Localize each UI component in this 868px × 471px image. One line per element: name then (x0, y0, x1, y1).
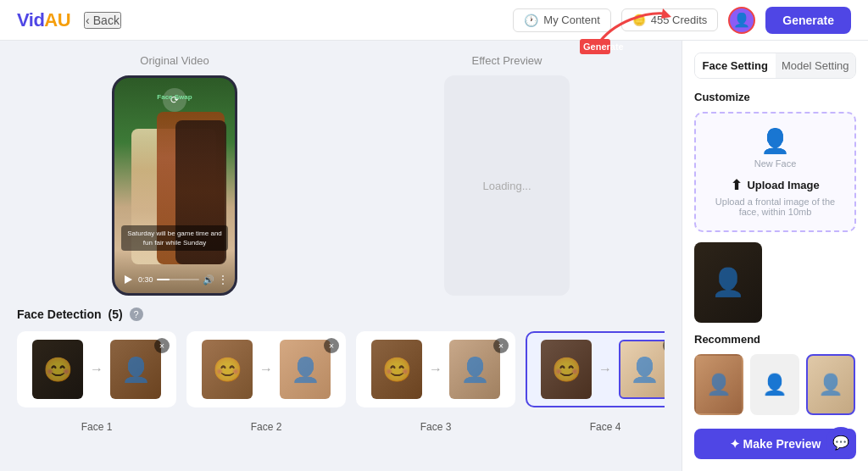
face-close-3[interactable]: × (493, 338, 509, 353)
face-close-1[interactable]: × (154, 338, 170, 353)
face-thumb-source-1: 😊 (32, 340, 83, 399)
face-detection-title: Face Detection (5) (17, 308, 123, 321)
face-label-4: Face 4 (526, 421, 682, 433)
info-icon: ? (130, 308, 143, 321)
header-left: VidAU ‹ Back (17, 9, 121, 31)
customize-title: Customize (694, 91, 856, 103)
face-thumb-source-4: 😊 (541, 340, 592, 399)
face-card-2[interactable]: 😊 → 👤 × (186, 331, 346, 407)
face-card-3[interactable]: 😊 → 👤 × (356, 331, 515, 407)
face-card-4[interactable]: 😊 → 👤 × (526, 331, 665, 407)
my-content-button[interactable]: 🕐 My Content (513, 8, 610, 32)
effect-preview-col: Effect Preview Loading... (349, 54, 665, 296)
back-label: Back (93, 14, 120, 27)
face-thumb-target-4: 👤 (619, 340, 665, 399)
chevron-left-icon: ‹ (86, 14, 90, 27)
preview-columns: Original Video ⟳ Face Swap Saturday will… (17, 54, 665, 296)
loading-text: Loading... (482, 180, 531, 192)
face-thumb-source-3: 😊 (371, 340, 422, 399)
upload-button-inner: ⬆ Upload Image (731, 177, 819, 193)
video-title: Face Swap (157, 93, 192, 101)
face-thumb-source-2: 😊 (202, 340, 253, 399)
chat-icon: 💬 (832, 435, 849, 451)
generate-button[interactable]: Generate (765, 7, 851, 34)
face-cards-row: 😊 → 👤 × 😊 → 👤 × (17, 331, 665, 411)
face-detection-header: Face Detection (5) ? (17, 308, 665, 321)
settings-tabs: Face Setting Model Setting (694, 53, 856, 79)
face-thumb-target-3: 👤 (449, 340, 500, 399)
effect-preview-box: Loading... (444, 75, 570, 296)
face-card-1[interactable]: 😊 → 👤 × (17, 331, 176, 407)
original-video-col: Original Video ⟳ Face Swap Saturday will… (17, 54, 332, 296)
arrow-icon-1: → (90, 362, 103, 377)
upload-icon: ⬆ (731, 177, 742, 193)
new-face-label: New Face (754, 158, 797, 169)
effect-preview-label: Effect Preview (472, 54, 542, 67)
upload-area[interactable]: 👤 New Face ⬆ Upload Image Upload a front… (694, 112, 856, 232)
play-button[interactable] (121, 273, 135, 286)
face-label-3: Face 3 (356, 421, 515, 433)
face-close-2[interactable]: × (324, 338, 339, 353)
video-controls: 0:30 🔊 ⋮ (121, 273, 228, 286)
face-thumb-target-2: 👤 (280, 340, 331, 399)
person-icon: 👤 (760, 127, 790, 155)
right-panel: Face Setting Model Setting Customize 👤 N… (682, 41, 868, 471)
header-right: 🕐 My Content 🪙 455 Credits 👤 Generate (513, 7, 851, 34)
avatar[interactable]: 👤 (728, 7, 755, 34)
arrow-icon-2: → (259, 362, 273, 377)
face-labels-row: Face 1 Face 2 Face 3 Face 4 (17, 416, 665, 433)
time-display: 0:30 (138, 275, 153, 284)
video-subtitle: Saturday will be game time and fun fair … (121, 225, 228, 251)
face-label-1: Face 1 (17, 421, 176, 433)
credits-button[interactable]: 🪙 455 Credits (621, 8, 718, 31)
upload-subtitle: Upload a frontal image of the face, with… (706, 197, 844, 217)
recommend-item-1[interactable]: 👤 (694, 354, 743, 415)
progress-bar[interactable] (157, 279, 199, 280)
chat-button[interactable]: 💬 (826, 427, 856, 457)
video-preview: ⟳ Face Swap Saturday will be game time a… (112, 75, 237, 296)
more-icon[interactable]: ⋮ (218, 274, 228, 285)
face-detection-section: Face Detection (5) ? 😊 → 👤 × (17, 308, 665, 433)
recommend-item-3[interactable]: 👤 (806, 354, 855, 415)
main-area: Original Video ⟳ Face Swap Saturday will… (0, 41, 868, 471)
tab-model-setting[interactable]: Model Setting (776, 53, 856, 78)
back-button[interactable]: ‹ Back (84, 12, 121, 29)
recommend-title: Recommend (694, 333, 856, 346)
progress-fill (157, 279, 170, 280)
volume-icon[interactable]: 🔊 (203, 274, 214, 285)
arrow-icon-4: → (598, 362, 612, 377)
coin-icon: 🪙 (632, 14, 646, 26)
header: VidAU ‹ Back 🕐 My Content 🪙 455 Credits … (0, 0, 868, 41)
face-label-2: Face 2 (186, 421, 346, 433)
panel-face-thumbnail: 👤 (694, 242, 762, 323)
logo: VidAU (17, 9, 70, 31)
recommend-item-2[interactable]: 👤 (750, 354, 799, 415)
original-video-label: Original Video (140, 54, 209, 67)
content-area: Original Video ⟳ Face Swap Saturday will… (0, 41, 682, 471)
play-icon (125, 275, 132, 284)
tab-face-setting[interactable]: Face Setting (695, 53, 776, 78)
arrow-icon-3: → (429, 362, 442, 377)
face-thumb-target-1: 👤 (110, 340, 161, 399)
face-placeholder: 👤 New Face (754, 127, 797, 169)
panel-face-person-icon: 👤 (711, 266, 745, 298)
recommend-grid: 👤 👤 👤 (694, 354, 856, 415)
clock-icon: 🕐 (524, 14, 538, 27)
